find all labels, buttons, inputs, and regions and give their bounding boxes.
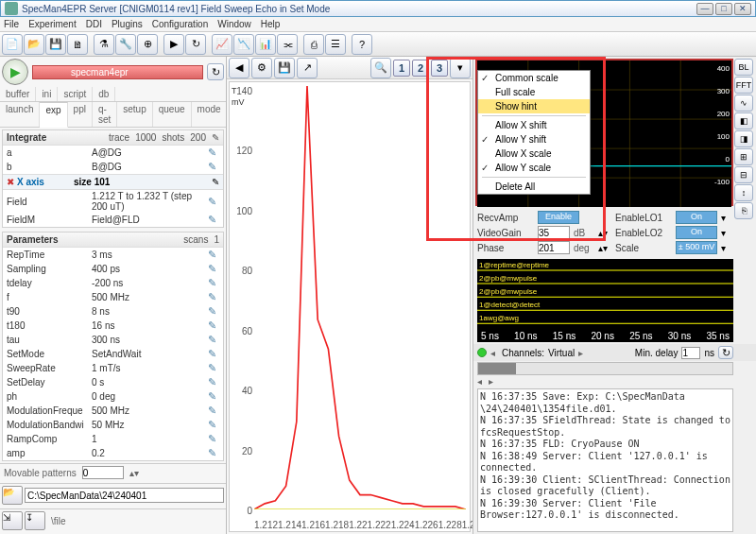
prev-arrow-icon[interactable]: ◂: [490, 348, 498, 358]
side-tool-button[interactable]: ⎘: [734, 202, 753, 219]
param-row[interactable]: ph0 deg✎: [3, 389, 223, 404]
tab-mode[interactable]: mode: [192, 102, 227, 127]
tab-script[interactable]: script: [58, 87, 93, 101]
digital-waveform[interactable]: 5 ns10 ns15 ns20 ns25 ns30 ns35 ns 1@rep…: [477, 259, 733, 342]
tab-db[interactable]: db: [93, 87, 115, 101]
edit-icon[interactable]: ✎: [208, 196, 219, 208]
tb-hw-icon[interactable]: 🔧: [115, 34, 136, 55]
edit-icon[interactable]: ✎: [208, 447, 219, 459]
integrate-row[interactable]: bB@DG✎: [3, 160, 223, 174]
tab-exp[interactable]: exp: [40, 102, 67, 128]
menu-experiment[interactable]: Experiment: [28, 19, 77, 29]
param-row[interactable]: ModulationBandwi50 MHz✎: [3, 418, 223, 432]
tb-new-icon[interactable]: 📄: [2, 34, 23, 55]
param-row[interactable]: SweepRate1 mT/s✎: [3, 361, 223, 375]
edit-icon[interactable]: ✎: [208, 319, 219, 332]
param-row[interactable]: t908 ns✎: [3, 304, 223, 319]
param-row[interactable]: t18016 ns✎: [3, 319, 223, 333]
tb-open-icon[interactable]: 📂: [24, 34, 44, 55]
stepper-icon[interactable]: ▴▾: [598, 243, 608, 253]
axis-row[interactable]: FieldMField@FLD✎: [3, 213, 223, 227]
min-delay-input[interactable]: [681, 347, 700, 359]
param-row[interactable]: SetDelay0 s✎: [3, 375, 223, 389]
stepper-icon[interactable]: ▴▾: [129, 468, 139, 478]
channel-mode[interactable]: Virtual: [548, 348, 575, 358]
tb-field-icon[interactable]: ⊕: [137, 34, 158, 55]
edit-icon[interactable]: ✎: [208, 277, 219, 289]
menu-plugins[interactable]: Plugins: [112, 19, 143, 29]
param-row[interactable]: f500 MHz✎: [3, 290, 223, 304]
reload-icon[interactable]: ↻: [207, 63, 224, 80]
edit-icon[interactable]: ✎: [208, 405, 219, 417]
chart-tab-3[interactable]: 3: [431, 60, 448, 77]
tab-buffer[interactable]: buffer: [0, 87, 36, 101]
oscilloscope-display[interactable]: ✓Common scaleFull scaleShow hintAllow X …: [475, 59, 733, 206]
edit-icon[interactable]: ✎: [208, 291, 219, 303]
side-tool-button[interactable]: ⊞: [734, 148, 753, 165]
param-row[interactable]: RampComp1✎: [3, 432, 223, 446]
tab-setup[interactable]: setup: [117, 102, 152, 127]
param-row[interactable]: tdelay-200 ns✎: [3, 276, 223, 290]
menu-window[interactable]: Window: [217, 19, 251, 29]
tab-launch[interactable]: launch: [0, 102, 40, 127]
param-row[interactable]: RepTime3 ms✎: [3, 248, 223, 262]
tb-config-icon[interactable]: ⚗: [94, 34, 114, 55]
param-row[interactable]: tau300 ns✎: [3, 333, 223, 347]
tab-ini[interactable]: ini: [36, 87, 58, 101]
edit-icon[interactable]: ✎: [208, 348, 219, 360]
ctx-full-scale[interactable]: Full scale: [478, 85, 590, 99]
file-action1-button[interactable]: ⇲: [2, 511, 23, 530]
ctx-delete-all[interactable]: Delete All: [478, 180, 590, 194]
scroll-left-icon[interactable]: ◂: [477, 376, 487, 387]
horizontal-scrollbar[interactable]: [477, 362, 733, 375]
edit-icon[interactable]: ✎: [208, 376, 219, 388]
file-action2-button[interactable]: ↧: [25, 511, 45, 530]
tb-plot3-icon[interactable]: 📊: [255, 34, 276, 55]
axis-close-icon[interactable]: ✖: [7, 177, 14, 187]
stepper-icon[interactable]: ▴▾: [598, 228, 608, 238]
edit-icon[interactable]: ✎: [212, 132, 219, 143]
side-tool-button[interactable]: ⊟: [734, 166, 753, 183]
edit-icon[interactable]: ✎: [208, 249, 219, 261]
side-tool-button[interactable]: ◨: [734, 130, 753, 147]
side-tool-button[interactable]: ∿: [734, 95, 753, 112]
menu-configuration[interactable]: Configuration: [152, 19, 208, 29]
ctx-allow-y-shift[interactable]: ✓Allow Y shift: [478, 132, 590, 146]
ctx-common-scale[interactable]: ✓Common scale: [478, 71, 590, 85]
edit-icon[interactable]: ✎: [208, 390, 219, 403]
edit-icon[interactable]: ✎: [208, 334, 219, 346]
tb-loop-icon[interactable]: ↻: [185, 34, 206, 55]
edit-icon[interactable]: ✎: [208, 305, 219, 318]
file-path-input[interactable]: [25, 488, 224, 503]
tb-proc2-icon[interactable]: ☰: [325, 34, 346, 55]
ct-settings-icon[interactable]: ⚙: [251, 58, 272, 78]
edit-icon[interactable]: ✎: [208, 263, 219, 275]
tab-queue[interactable]: queue: [153, 102, 192, 127]
edit-icon[interactable]: ✎: [208, 419, 219, 431]
ct-export-icon[interactable]: ↗: [297, 58, 318, 78]
edit-icon[interactable]: ✎: [208, 362, 219, 374]
tb-proc1-icon[interactable]: ⎙: [303, 34, 324, 55]
ct-dropdown-icon[interactable]: ▾: [450, 58, 471, 78]
scroll-right-icon[interactable]: ▸: [489, 376, 498, 387]
ctx-allow-x-scale[interactable]: Allow X scale: [478, 146, 590, 161]
ct-save-icon[interactable]: 💾: [274, 58, 295, 78]
minimize-button[interactable]: —: [696, 3, 713, 15]
param-row[interactable]: SetModeSetAndWait✎: [3, 347, 223, 361]
tab-q-set[interactable]: q-set: [93, 102, 117, 127]
edit-icon[interactable]: ✎: [208, 146, 219, 159]
tb-plot2-icon[interactable]: 📉: [233, 34, 254, 55]
side-tool-button[interactable]: ↕: [734, 184, 753, 201]
param-row[interactable]: amp0.2✎: [3, 446, 223, 460]
tb-plot1-icon[interactable]: 📈: [212, 34, 232, 55]
edit-icon[interactable]: ✎: [208, 433, 219, 445]
x-axis-header[interactable]: ✖ X axis size 101 ✎: [3, 174, 223, 190]
chart-tab-2[interactable]: 2: [412, 60, 429, 77]
tb-save-icon[interactable]: 💾: [45, 34, 66, 55]
main-chart[interactable]: T mV 140120100806040200 1.2121.2141.2161…: [229, 81, 471, 532]
menu-ddi[interactable]: DDI: [86, 19, 102, 29]
maximize-button[interactable]: □: [715, 3, 732, 15]
ctx-show-hint[interactable]: Show hint: [478, 99, 590, 113]
menu-help[interactable]: Help: [261, 19, 281, 29]
param-row[interactable]: ModulationFreque500 MHz✎: [3, 404, 223, 418]
